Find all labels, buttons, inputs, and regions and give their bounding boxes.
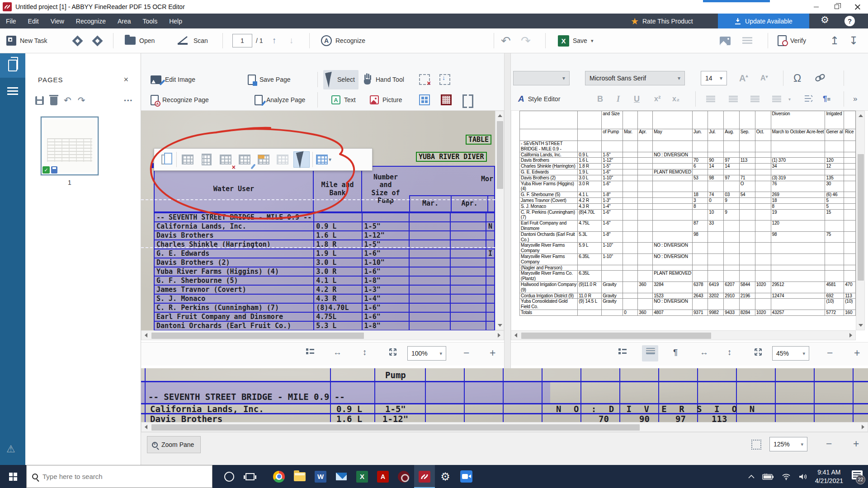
warning-icon[interactable]: ⚠ [6, 443, 15, 455]
speaker-icon[interactable] [798, 473, 807, 480]
menu-file[interactable]: File [0, 14, 22, 28]
table-row[interactable]: Marysville River Farms Company6.35L1-10"… [520, 253, 856, 265]
export-button[interactable]: ↧ [849, 28, 858, 53]
abbyy-finereader-app[interactable] [414, 465, 435, 488]
zoom-in-icon[interactable]: + [853, 438, 859, 450]
table-row[interactable]: Earl Fruit Company and Dinsmore4.75L1-6" [154, 312, 495, 321]
save-page-icon[interactable] [35, 96, 44, 105]
more-options-icon[interactable]: ••• [124, 97, 133, 104]
line-spacing-button[interactable] [803, 94, 813, 104]
previous-page-button[interactable]: ↑ [272, 28, 277, 53]
analyze-table-icon[interactable] [236, 151, 253, 168]
cortana-button[interactable] [219, 465, 240, 488]
search-input[interactable] [42, 473, 192, 480]
table-row[interactable]: Davis Brothers1.6 L1-12" [154, 231, 495, 240]
table-grid-icon[interactable]: ▾ [316, 151, 332, 168]
acrobat-app[interactable]: A [373, 465, 393, 488]
add-row-icon[interactable] [179, 151, 196, 168]
formatting-marks-button[interactable]: ¶≡ [823, 94, 830, 103]
export-pages-button[interactable] [74, 28, 81, 53]
analyze-page-button[interactable]: Analyze Page [251, 93, 309, 108]
table-row[interactable]: S. J. Monaco4.3 R1-4"885 [520, 203, 856, 209]
bold-button[interactable]: B [597, 94, 603, 104]
zoom-pane-button[interactable]: Zoom Pane [147, 436, 201, 453]
align-justify-button[interactable] [772, 96, 781, 102]
merge-cells-icon[interactable] [255, 151, 272, 168]
table-row[interactable]: of PumpMar.Apr.MayJun.Jul.Aug.Sep.Oct.Ma… [520, 129, 856, 141]
fit-page-icon[interactable] [754, 348, 762, 357]
align-left-button[interactable] [706, 96, 715, 102]
page-number-value[interactable]: 1 [232, 34, 252, 47]
taskbar-clock[interactable]: 9:41 AM 4/21/2021 [815, 468, 843, 485]
selection-mode-icon[interactable] [751, 440, 761, 450]
zoom-out-icon[interactable]: − [826, 438, 832, 450]
rotate-left-icon[interactable]: ↶ [64, 96, 71, 105]
delete-area-button[interactable]: × [419, 74, 430, 85]
select-tool-button[interactable]: Select [323, 70, 359, 89]
highlight-text-icon[interactable] [646, 348, 655, 354]
font-dropdown[interactable]: Microsoft Sans Serif ▾ [585, 71, 685, 85]
table-row[interactable]: G. F. Sherbourne (5)4.1 L1-8"18740354269… [520, 192, 856, 198]
table-row[interactable]: and SizeDiversionIrrigated [520, 111, 856, 129]
zoom-pane[interactable]: Pump -- SEVENTH STREET BRIDGE - MILE 0.9… [141, 368, 868, 422]
font-size-dropdown[interactable]: 14 ▾ [701, 71, 727, 85]
table-row[interactable]: Davis Brothers (2)3.0 L1-10"53989771(3) … [520, 175, 856, 181]
background-picture-area-button[interactable] [441, 94, 452, 105]
scanned-image-canvas[interactable]: Water User Mile and Bank Number and Size… [141, 111, 495, 330]
zoom-out-icon[interactable]: − [827, 348, 833, 358]
excel-app[interactable]: X [352, 465, 373, 488]
table-row[interactable]: Davis Brothers (2)3.0 L1-10" [154, 258, 495, 267]
increase-font-button[interactable]: A▴ [739, 73, 748, 84]
menu-edit[interactable]: Edit [22, 14, 45, 28]
zoom-pane-horizontal-scrollbar[interactable] [141, 422, 868, 432]
battery-icon[interactable] [762, 474, 774, 480]
fit-width-icon[interactable]: ↔ [333, 348, 342, 357]
action-center-button[interactable]: 22 [851, 470, 864, 483]
next-page-button[interactable]: ↓ [289, 28, 294, 53]
maroon-app[interactable] [393, 465, 414, 488]
thumbnails-view-icon[interactable] [618, 348, 627, 354]
table-row[interactable]: Totals0360480793719982943382841020432575… [520, 310, 856, 315]
style-editor-button[interactable]: A Style Editor [514, 92, 564, 106]
taskbar-search[interactable] [26, 465, 212, 488]
table-row[interactable]: G. E. Edwards1.9 L1-6"I [154, 249, 495, 258]
table-row[interactable]: Yuba Consolidated Gold Field Co.(9) 14.5… [520, 299, 856, 310]
wifi-icon[interactable] [782, 473, 791, 480]
table-row[interactable]: C. R. Perkins (Cunningham) (7)(8)4.70L1-… [154, 303, 495, 312]
add-column-icon[interactable] [198, 151, 215, 168]
table-row[interactable]: C. R. Perkins (Cunningham) (7)(8)4.70L1-… [520, 209, 856, 221]
text-area-button[interactable]: A Text [328, 93, 359, 107]
recognition-area-button[interactable] [462, 94, 473, 105]
ocr-text-canvas[interactable]: and SizeDiversionIrrigatedof PumpMar.Apr… [511, 111, 856, 330]
table-row[interactable]: James Travnor (Covert)4.2 R1-3"309185 [520, 197, 856, 203]
fit-height-icon[interactable]: ↕ [727, 348, 732, 357]
minimize-button[interactable] [806, 0, 826, 14]
text-vertical-scrollbar[interactable] [856, 111, 865, 330]
table-row[interactable]: G. F. Sherbourne (5)4.1 L1-8" [154, 276, 495, 285]
delete-page-icon[interactable] [50, 97, 57, 105]
table-row[interactable]: -- SEVENTH STREET BRIDGE - MILE 0.9 -- [154, 213, 495, 222]
pages-panel-tab[interactable] [0, 53, 25, 78]
table-row[interactable]: James Travnor (Covert)4.2 R1-3" [154, 285, 495, 294]
image-vertical-scrollbar[interactable] [495, 111, 504, 330]
delete-cells-icon[interactable]: × [217, 151, 234, 168]
split-cells-icon[interactable] [274, 151, 291, 168]
table-row[interactable]: Yuba River Farms (Higgins) (4)3.0 R1-6" [154, 267, 495, 276]
zoom-in-icon[interactable]: + [490, 348, 495, 358]
verify-button[interactable]: Verify [778, 28, 806, 53]
select-cells-icon[interactable] [293, 151, 310, 168]
recognize-page-button[interactable]: Recognize Page [147, 93, 212, 108]
fit-width-icon[interactable]: ↔ [700, 348, 708, 357]
thumbnails-view-icon[interactable] [306, 348, 314, 354]
word-app[interactable]: W [310, 465, 331, 488]
underline-button[interactable]: U [634, 94, 640, 104]
settings-gear-icon[interactable]: ⚙ [821, 14, 829, 25]
align-center-button[interactable] [729, 96, 738, 102]
picture-area-button[interactable]: Picture [366, 93, 406, 107]
menu-view[interactable]: View [45, 14, 70, 28]
text-zoom-dropdown[interactable]: 45% ▾ [772, 346, 809, 361]
alignment-caret-icon[interactable]: ▾ [788, 97, 791, 102]
menu-tools[interactable]: Tools [137, 14, 164, 28]
camera-app[interactable] [456, 465, 476, 488]
image-horizontal-scrollbar[interactable] [141, 330, 504, 340]
